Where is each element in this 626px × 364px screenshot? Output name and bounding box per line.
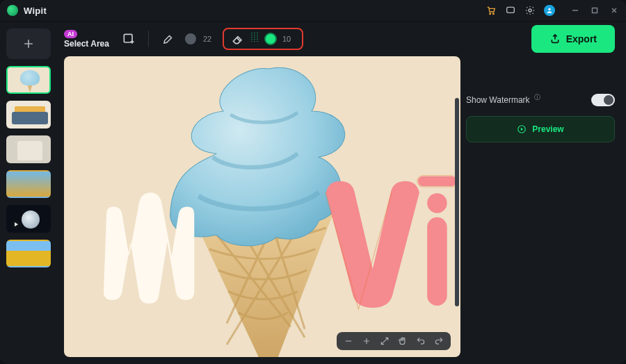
select-area-label: Select Area bbox=[64, 39, 109, 49]
canvas-row: Show Watermark ⓘ Preview bbox=[57, 56, 626, 364]
svg-rect-6 bbox=[593, 8, 597, 13]
title-bar: Wipit bbox=[0, 0, 626, 22]
play-icon bbox=[12, 220, 20, 229]
canvas-wrap bbox=[64, 56, 460, 357]
export-label: Export bbox=[566, 33, 597, 44]
watermark-label: Show Watermark bbox=[466, 95, 530, 105]
close-button[interactable] bbox=[609, 6, 619, 15]
fit-icon[interactable] bbox=[380, 336, 390, 346]
watermark-row: Show Watermark ⓘ bbox=[466, 94, 615, 106]
svg-point-0 bbox=[490, 13, 491, 15]
export-button[interactable]: Export bbox=[531, 25, 615, 53]
svg-point-4 bbox=[548, 8, 550, 10]
eraser-tool-group: 10 bbox=[223, 28, 303, 50]
eraser-tool-button[interactable] bbox=[231, 32, 245, 46]
editor-toolbar: AI Select Area 22 bbox=[57, 22, 626, 56]
feedback-icon[interactable] bbox=[505, 5, 516, 16]
eraser-trail-icon bbox=[250, 31, 259, 47]
select-area-button[interactable] bbox=[119, 29, 138, 49]
svg-point-3 bbox=[529, 9, 531, 12]
svg-point-1 bbox=[492, 13, 494, 15]
titlebar-actions bbox=[485, 5, 555, 16]
preview-label: Preview bbox=[532, 124, 563, 134]
minimize-button[interactable] bbox=[570, 6, 580, 15]
ai-badge: AI bbox=[64, 30, 77, 38]
canvas[interactable] bbox=[64, 56, 460, 357]
svg-rect-9 bbox=[418, 176, 456, 186]
thumbnail-flower-field[interactable] bbox=[6, 240, 51, 267]
redo-icon[interactable] bbox=[434, 336, 444, 346]
brush-size-value: 22 bbox=[203, 35, 216, 43]
thumbnail-living-room[interactable] bbox=[6, 101, 51, 129]
hand-icon[interactable] bbox=[398, 336, 408, 346]
svg-rect-11 bbox=[427, 217, 447, 306]
canvas-scrollbar[interactable] bbox=[455, 98, 459, 306]
select-area-group: AI Select Area bbox=[64, 30, 109, 49]
eraser-size-slider[interactable] bbox=[264, 33, 277, 45]
brush-tool-button[interactable] bbox=[159, 29, 178, 49]
user-avatar-icon[interactable] bbox=[544, 5, 555, 16]
eraser-size-value: 10 bbox=[282, 35, 295, 43]
add-image-button[interactable] bbox=[6, 28, 51, 59]
thumbnail-astronaut[interactable] bbox=[6, 205, 51, 233]
svg-rect-7 bbox=[124, 34, 132, 42]
zoom-out-icon[interactable] bbox=[344, 336, 353, 346]
info-icon[interactable]: ⓘ bbox=[534, 93, 540, 102]
cart-icon[interactable] bbox=[485, 5, 497, 16]
thumbnail-tshirt[interactable] bbox=[6, 135, 51, 163]
center-column: AI Select Area 22 bbox=[57, 22, 626, 364]
gear-icon[interactable] bbox=[524, 5, 536, 16]
canvas-floating-toolbar bbox=[337, 332, 451, 350]
main-body: AI Select Area 22 bbox=[0, 22, 626, 364]
svg-point-10 bbox=[427, 193, 447, 213]
app-logo-icon bbox=[7, 5, 18, 16]
thumbnail-ice-cream[interactable] bbox=[6, 66, 51, 94]
separator bbox=[148, 31, 149, 47]
undo-icon[interactable] bbox=[416, 336, 426, 346]
zoom-in-icon[interactable] bbox=[362, 336, 371, 346]
preview-button[interactable]: Preview bbox=[466, 116, 615, 142]
maximize-button[interactable] bbox=[590, 6, 600, 15]
watermark-toggle[interactable] bbox=[591, 94, 615, 106]
app-title: Wipit bbox=[24, 6, 47, 16]
right-panel: Show Watermark ⓘ Preview bbox=[466, 56, 619, 357]
thumbnail-autumn-field[interactable] bbox=[6, 170, 51, 198]
brush-size-slider[interactable] bbox=[185, 33, 196, 44]
app-window: Wipit bbox=[0, 0, 626, 364]
thumbnail-sidebar bbox=[0, 22, 57, 364]
window-controls bbox=[570, 6, 619, 15]
